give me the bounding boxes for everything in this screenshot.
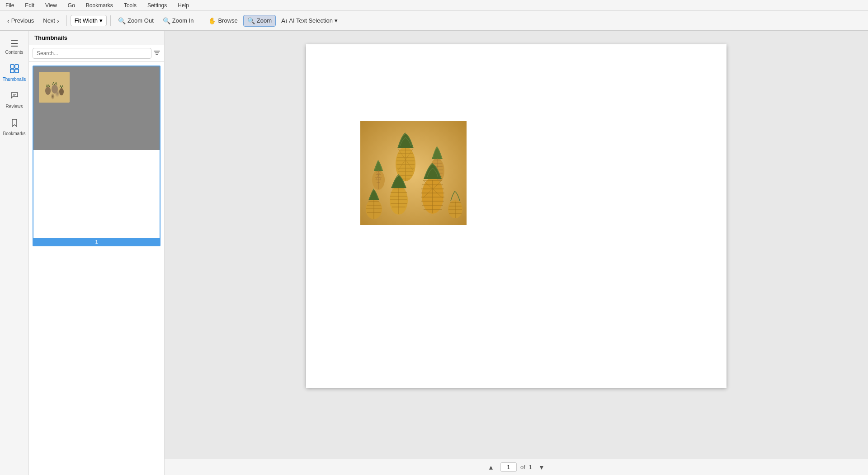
- zoom-mode-button[interactable]: 🔍 Zoom: [243, 15, 276, 27]
- browse-label: Browse: [218, 17, 237, 24]
- sidebar-icons: ☰ Contents Thumbnails Reviews: [0, 31, 29, 475]
- text-selection-button[interactable]: Aı AI Text Selection ▾: [278, 15, 341, 26]
- contents-icon: ☰: [10, 38, 19, 49]
- contents-label: Contents: [5, 50, 23, 55]
- thumbnails-icon: [9, 64, 19, 76]
- svg-rect-3: [15, 69, 19, 73]
- zoom-out-label: Zoom Out: [127, 17, 154, 24]
- page-up-button[interactable]: ▲: [485, 462, 497, 473]
- page-of-label: of: [520, 464, 525, 470]
- thumbnail-bottom-section: [33, 150, 160, 238]
- menu-bookmarks[interactable]: Bookmarks: [84, 1, 115, 9]
- filter-icon[interactable]: [153, 49, 160, 58]
- text-selection-chevron: ▾: [335, 17, 338, 24]
- svg-rect-5: [39, 72, 70, 103]
- next-button[interactable]: Next ›: [39, 15, 62, 26]
- bookmarks-label: Bookmarks: [3, 131, 26, 136]
- menu-tools[interactable]: Tools: [122, 1, 138, 9]
- zoom-in-label: Zoom In: [172, 17, 194, 24]
- zoom-in-icon: 🔍: [163, 17, 170, 24]
- zoom-in-button[interactable]: 🔍 Zoom In: [159, 15, 198, 26]
- menu-file[interactable]: File: [4, 1, 16, 9]
- separator-2: [110, 15, 111, 26]
- toolbar: ‹ Previous Next › Fit Width ▾ 🔍 Zoom Out…: [0, 11, 868, 31]
- previous-label: Previous: [11, 17, 34, 24]
- pdf-page: [306, 44, 726, 388]
- menu-settings[interactable]: Settings: [146, 1, 169, 9]
- reviews-icon: [9, 91, 19, 103]
- thumbnail-page-1[interactable]: 1: [33, 66, 160, 246]
- chevron-down-icon: ▾: [99, 17, 103, 24]
- text-selection-icon: Aı: [281, 17, 287, 24]
- reviews-label: Reviews: [6, 104, 23, 109]
- sidebar-item-thumbnails[interactable]: Thumbnails: [2, 60, 27, 85]
- main-content: ▲ of 1 ▼: [165, 31, 868, 475]
- bookmarks-icon: [9, 118, 19, 130]
- menu-go[interactable]: Go: [66, 1, 77, 9]
- pdf-viewport[interactable]: [165, 31, 868, 459]
- previous-button[interactable]: ‹ Previous: [4, 15, 38, 26]
- svg-point-7: [52, 85, 58, 94]
- zoom-mode-label: Zoom: [257, 17, 272, 24]
- zoom-fit-dropdown[interactable]: Fit Width ▾: [71, 15, 107, 26]
- next-icon: ›: [57, 17, 59, 24]
- separator-1: [66, 15, 67, 26]
- menu-edit[interactable]: Edit: [23, 1, 36, 9]
- sidebar-item-contents[interactable]: ☰ Contents: [2, 34, 27, 58]
- text-selection-label: AI Text Selection: [289, 17, 333, 24]
- pdf-image: [360, 121, 467, 225]
- thumbnails-panel: Thumbnails: [29, 31, 165, 475]
- zoom-out-button[interactable]: 🔍 Zoom Out: [114, 15, 157, 26]
- pagination-bar: ▲ of 1 ▼: [165, 459, 868, 475]
- thumbnail-page-content: [33, 66, 160, 238]
- separator-3: [201, 15, 201, 26]
- menu-help[interactable]: Help: [176, 1, 191, 9]
- svg-rect-2: [10, 69, 14, 73]
- thumbnails-label: Thumbnails: [3, 77, 26, 82]
- zoom-mode-icon: 🔍: [247, 17, 255, 24]
- sidebar-item-bookmarks[interactable]: Bookmarks: [2, 114, 27, 140]
- thumbnail-page-number: 1: [33, 238, 160, 245]
- browse-button[interactable]: ✋ Browse: [205, 15, 241, 26]
- svg-point-8: [59, 88, 64, 95]
- hand-icon: ✋: [208, 17, 216, 24]
- zoom-fit-label: Fit Width: [75, 17, 98, 24]
- main-layout: ☰ Contents Thumbnails Reviews: [0, 31, 868, 475]
- thumbnail-image: [39, 72, 70, 103]
- page-down-button[interactable]: ▼: [536, 462, 547, 473]
- next-label: Next: [43, 17, 55, 24]
- svg-rect-1: [15, 65, 19, 68]
- search-input[interactable]: [33, 48, 151, 59]
- thumbnail-area[interactable]: 1: [29, 62, 164, 475]
- svg-rect-0: [10, 65, 14, 68]
- panel-search-bar: [29, 45, 164, 62]
- sidebar-item-reviews[interactable]: Reviews: [2, 87, 27, 113]
- svg-rect-4: [39, 72, 70, 103]
- menu-view[interactable]: View: [43, 1, 59, 9]
- menu-bar: File Edit View Go Bookmarks Tools Settin…: [0, 0, 868, 11]
- thumbnail-top-section: [33, 66, 160, 150]
- zoom-out-icon: 🔍: [118, 17, 126, 24]
- svg-point-6: [45, 87, 51, 95]
- panel-title: Thumbnails: [29, 31, 164, 45]
- page-number-input[interactable]: [500, 462, 517, 472]
- total-pages-label: 1: [529, 464, 532, 470]
- previous-icon: ‹: [7, 17, 9, 24]
